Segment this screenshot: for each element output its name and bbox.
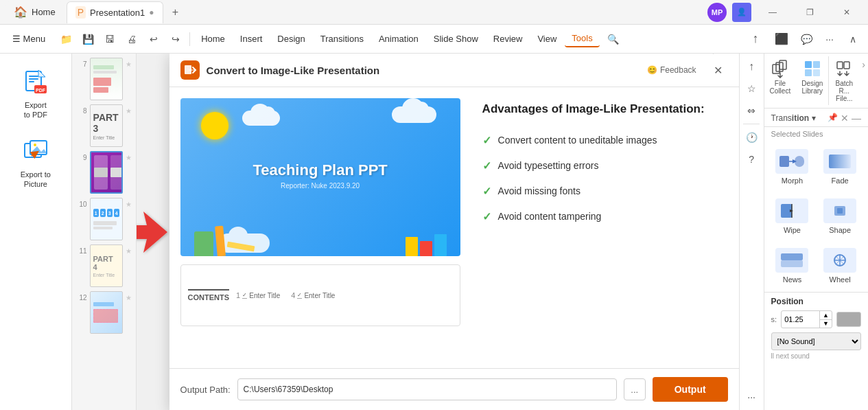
slide-decorations — [180, 222, 460, 256]
batch-rename-label: Batch R...File... — [834, 80, 854, 102]
wheel-label: Wheel — [830, 275, 851, 284]
undo-icon[interactable]: ↩ — [144, 30, 163, 49]
svg-rect-15 — [805, 69, 812, 76]
slide-thumb-12[interactable]: 12 ★ — [75, 290, 133, 335]
menu-review[interactable]: Review — [486, 31, 530, 47]
slide-thumb-10[interactable]: 10 1 2 3 4 ★ — [75, 196, 133, 242]
favorite-tool-button[interactable]: ☆ — [741, 78, 762, 99]
slide-thumb-8[interactable]: 8 PART 3 Enter Title ★ — [75, 103, 133, 148]
share-button[interactable]: ↑ — [744, 28, 766, 50]
output-button[interactable]: Output — [653, 377, 728, 402]
transition-wheel[interactable]: Wheel — [817, 242, 863, 289]
svg-rect-29 — [781, 253, 803, 260]
slide-thumb-7[interactable]: 7 ★ — [75, 56, 133, 102]
svg-rect-16 — [813, 69, 820, 76]
redo-icon[interactable]: ↪ — [166, 30, 185, 49]
duration-stepper[interactable]: ▲ ▼ — [819, 311, 832, 328]
menu-design[interactable]: Design — [270, 31, 312, 47]
file-collect-label: File Collect — [770, 80, 791, 95]
dialog-close-button[interactable]: ✕ — [709, 60, 728, 80]
transition-news[interactable]: News — [770, 242, 815, 289]
menu-insert[interactable]: Insert — [233, 31, 270, 47]
benefit-text-3: Avoid missing fonts — [498, 185, 580, 196]
slide-num-9: 9 — [76, 151, 87, 161]
output-more-button[interactable]: ... — [624, 378, 646, 400]
expand-button[interactable]: — — [852, 113, 861, 124]
menu-animation[interactable]: Animation — [372, 31, 425, 47]
shape-icon — [823, 198, 856, 223]
wipe-label: Wipe — [784, 226, 801, 234]
benefit-item-4: ✓ Avoid content tampering — [482, 210, 728, 223]
color-preview[interactable] — [836, 312, 861, 327]
top-right-toolbar — [713, 54, 714, 54]
menu-home[interactable]: Home — [194, 31, 232, 47]
menu-tools[interactable]: Tools — [565, 30, 599, 47]
menu-hamburger[interactable]: ☰ Menu — [5, 31, 52, 47]
transition-shape[interactable]: Shape — [817, 193, 863, 240]
duration-up[interactable]: ▲ — [820, 311, 832, 320]
user-avatar[interactable]: MP — [707, 3, 727, 22]
svg-rect-13 — [805, 61, 812, 68]
resize-tool-button[interactable]: ⇔ — [741, 100, 762, 121]
close-transition-button[interactable]: ✕ — [841, 113, 849, 124]
home-tab[interactable]: 🏠 Home — [5, 1, 64, 23]
new-tab-button[interactable]: + — [166, 3, 185, 22]
menu-transitions[interactable]: Transitions — [314, 31, 371, 47]
print-icon[interactable]: 🖨 — [122, 30, 141, 49]
sound-select[interactable]: [No Sound] — [771, 332, 861, 350]
help-tool-button[interactable]: ? — [741, 149, 762, 170]
slide-thumb-11[interactable]: 11 PART 4 Enter Title ★ — [75, 243, 133, 288]
transition-wipe[interactable]: Wipe — [770, 193, 815, 240]
more-tool-button[interactable]: ··· — [741, 387, 762, 407]
duration-input-container: ▲ ▼ — [781, 310, 832, 328]
feedback-button[interactable]: 😊 Feedback — [642, 62, 702, 78]
search-icon[interactable]: 🔍 — [604, 30, 623, 49]
output-path-input[interactable] — [237, 378, 617, 400]
export-picture-button[interactable]: Export toPicture — [8, 131, 63, 195]
presentation-tab[interactable]: P Presentation1 ● — [67, 1, 163, 23]
presentation-tab-close[interactable]: ● — [149, 8, 154, 17]
export-pdf-button[interactable]: PDF Exportto PDF — [8, 62, 63, 126]
duration-input[interactable] — [782, 315, 819, 323]
slide-num-10: 10 — [76, 198, 87, 208]
dialog-logo-icon — [180, 60, 200, 80]
transition-morph[interactable]: Morph — [770, 144, 815, 190]
save-icon[interactable]: 💾 — [78, 30, 97, 49]
svg-rect-27 — [837, 208, 843, 214]
profile-icon[interactable]: 👤 — [732, 3, 751, 22]
svg-rect-3 — [29, 81, 34, 82]
svg-rect-14 — [813, 61, 820, 68]
save-as-icon[interactable]: 🖫 — [100, 30, 119, 49]
design-library-button[interactable]: DesignLibrary — [796, 56, 828, 105]
slide-star-9: ★ — [126, 151, 132, 161]
benefit-item-3: ✓ Avoid missing fonts — [482, 185, 728, 198]
batch-rename-button[interactable]: Batch R...File... — [828, 56, 859, 105]
open-file-icon[interactable]: 📁 — [56, 30, 75, 49]
slide-thumb-9[interactable]: 9 ★ — [75, 150, 133, 195]
export-button[interactable]: ⬛ — [771, 28, 793, 50]
file-collect-button[interactable]: File Collect — [764, 56, 797, 105]
close-button[interactable]: ✕ — [831, 1, 863, 23]
benefit-item-2: ✓ Avoid typesetting errors — [482, 159, 728, 172]
restore-button[interactable]: ❐ — [794, 1, 825, 23]
slide-preview-area: Teaching Plan PPT Reporter: Nuke 2023.9.… — [169, 87, 471, 368]
side-separator — [743, 124, 760, 124]
collapse-icon[interactable]: ∧ — [843, 30, 863, 49]
comment-icon[interactable]: 💬 — [797, 30, 816, 49]
right-collapse-button[interactable]: › — [859, 56, 868, 105]
share-tool-button[interactable]: ↑ — [741, 56, 762, 77]
slide-img-7 — [90, 58, 123, 100]
home-tab-label: Home — [32, 7, 56, 17]
fade-icon — [823, 149, 856, 174]
menu-slideshow[interactable]: Slide Show — [427, 31, 485, 47]
minimize-button[interactable]: — — [757, 1, 788, 23]
transition-fade[interactable]: Fade — [817, 144, 863, 190]
history-tool-button[interactable]: 🕐 — [741, 127, 762, 148]
pin-button[interactable]: 📌 — [828, 113, 838, 124]
sound-row: [No Sound] — [771, 332, 861, 350]
more-icon[interactable]: ··· — [820, 30, 839, 49]
design-library-label: DesignLibrary — [801, 80, 823, 95]
duration-down[interactable]: ▼ — [820, 320, 832, 328]
menu-view[interactable]: View — [530, 31, 563, 47]
right-side-icons: ↑ ☆ ⇔ 🕐 ? ··· — [740, 54, 764, 410]
